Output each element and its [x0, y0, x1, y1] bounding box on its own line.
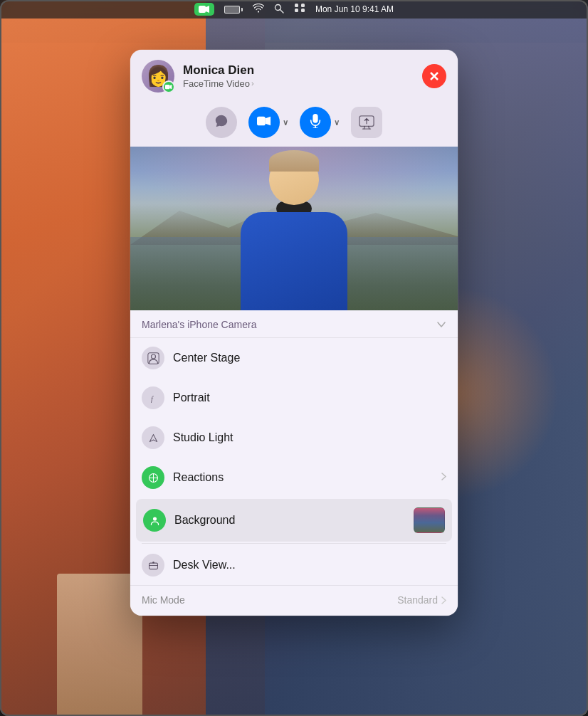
facetime-badge: [162, 80, 175, 93]
svg-point-24: [152, 517, 156, 520]
mic-mode-row[interactable]: Mic Mode Standard: [130, 585, 458, 616]
background-label: Background: [174, 514, 414, 527]
portrait-label: Portrait: [173, 391, 446, 404]
svg-rect-12: [257, 117, 266, 126]
camera-source-chevron: [436, 320, 446, 330]
call-type-chevron: ›: [251, 79, 254, 88]
svg-rect-25: [149, 563, 157, 569]
svg-line-3: [280, 9, 283, 13]
contact-info: Monica Dien FaceTime Video ›: [183, 63, 414, 88]
svg-text:f: f: [151, 394, 154, 402]
call-type[interactable]: FaceTime Video ›: [183, 78, 414, 89]
menu-item-reactions[interactable]: Reactions: [130, 458, 458, 497]
menu-item-background[interactable]: Background: [136, 499, 452, 542]
svg-marker-9: [169, 85, 172, 89]
menu-item-portrait[interactable]: f Portrait: [130, 378, 458, 418]
video-dropdown-chevron[interactable]: ∨: [283, 118, 288, 127]
menu-item-desk-view[interactable]: Desk View...: [130, 545, 458, 585]
share-screen-button[interactable]: [351, 107, 382, 138]
menu-bar-time: Mon Jun 10 9:41 AM: [315, 4, 394, 14]
video-feed: [130, 147, 458, 310]
svg-marker-13: [266, 117, 271, 126]
svg-point-27: [152, 561, 154, 563]
reactions-chevron: [441, 472, 446, 483]
svg-rect-7: [301, 9, 305, 12]
portrait-icon: f: [142, 386, 164, 409]
svg-point-18: [151, 354, 155, 358]
mic-dropdown-chevron[interactable]: ∨: [334, 118, 340, 127]
wifi-icon: [253, 4, 264, 15]
mic-button[interactable]: ∨: [300, 107, 340, 138]
mic-mode-label: Mic Mode: [142, 594, 185, 606]
svg-rect-14: [313, 114, 317, 123]
video-options-dropdown: Marlena's iPhone Camera Center Stage: [130, 310, 458, 616]
close-button[interactable]: [422, 64, 446, 88]
call-controls: ∨ ∨: [130, 101, 458, 147]
reactions-label: Reactions: [173, 471, 441, 484]
messages-button[interactable]: [206, 107, 237, 138]
desk-view-label: Desk View...: [173, 559, 446, 572]
svg-rect-8: [165, 85, 169, 89]
svg-rect-0: [199, 6, 206, 13]
studio-light-label: Studio Light: [173, 431, 446, 444]
center-stage-icon: [142, 347, 164, 369]
facetime-panel: 👩 Monica Dien FaceTime Video ›: [130, 50, 458, 616]
battery-icon: [224, 6, 243, 14]
svg-rect-5: [301, 4, 305, 7]
video-button[interactable]: ∨: [248, 107, 288, 138]
control-center-icon[interactable]: [294, 3, 305, 16]
svg-marker-1: [206, 6, 209, 13]
svg-rect-6: [295, 9, 298, 12]
facetime-menu-icon[interactable]: [194, 3, 214, 16]
center-stage-label: Center Stage: [173, 352, 446, 364]
spotlight-search-icon[interactable]: [274, 4, 284, 16]
studio-light-icon: [142, 426, 164, 449]
menu-bar: Mon Jun 10 9:41 AM: [0, 0, 588, 19]
desk-view-icon: [142, 554, 164, 577]
avatar-container: 👩: [142, 60, 174, 93]
background-icon: [143, 509, 166, 532]
menu-item-center-stage[interactable]: Center Stage: [130, 338, 458, 378]
video-person: [223, 154, 365, 310]
call-header: 👩 Monica Dien FaceTime Video ›: [130, 50, 458, 101]
reactions-icon: [142, 466, 164, 489]
mic-mode-value: Standard: [397, 594, 446, 606]
desk-decoration: [57, 574, 142, 716]
camera-source-label: Marlena's iPhone Camera: [142, 319, 256, 330]
background-thumbnail: [414, 507, 445, 533]
svg-rect-4: [295, 4, 298, 7]
menu-item-studio-light[interactable]: Studio Light: [130, 418, 458, 458]
menu-divider: [142, 543, 446, 544]
camera-source-row[interactable]: Marlena's iPhone Camera: [130, 310, 458, 338]
contact-name: Monica Dien: [183, 63, 414, 78]
